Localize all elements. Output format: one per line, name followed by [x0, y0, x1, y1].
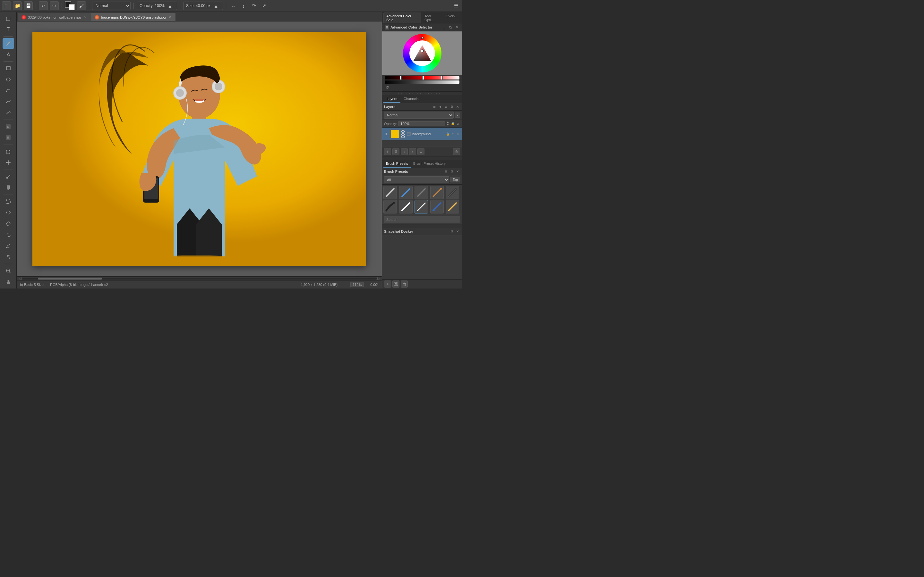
panel-tab-overview[interactable]: Overv...	[443, 13, 461, 23]
canvas-tab-2[interactable]: bruce-mars-DBGwy7s3QY0-unsplash.jpg ✕	[91, 13, 176, 21]
dynamic-brush-tool[interactable]	[3, 107, 14, 118]
brush-preset-6[interactable]	[383, 200, 397, 213]
hue-slider-thumb-2[interactable]	[422, 76, 424, 80]
blend-mode-select[interactable]: NormalDissolveMultiplyScreenOverlayDarke…	[92, 2, 131, 10]
snapshot-close-btn[interactable]: ✕	[455, 229, 460, 234]
text-tool[interactable]: T	[3, 24, 14, 35]
layer-delete-icon[interactable]: ✕	[456, 132, 460, 136]
move-tool[interactable]	[3, 157, 14, 168]
transform-mode-btn[interactable]: ⤢	[260, 2, 268, 10]
color-sampler-tool[interactable]	[3, 171, 14, 182]
contiguous-selection-tool[interactable]	[3, 241, 14, 251]
brush-preset-4[interactable]	[430, 186, 444, 199]
canvas-image[interactable]	[32, 32, 366, 266]
snapshot-add-btn[interactable]: +	[384, 280, 391, 287]
brush-preset-8[interactable]	[415, 200, 428, 213]
layer-item-background[interactable]: background 🔒 α ✕	[382, 127, 462, 140]
path-tool[interactable]	[3, 85, 14, 96]
resize-handle-3[interactable]: · · · · · · · · · · · · · · · · · ·	[382, 224, 462, 228]
resize-handle-2[interactable]: · · · · · · · · · · · · · · · · · ·	[382, 156, 462, 160]
brush-preset-1[interactable]	[383, 186, 397, 199]
brush-preset-3[interactable]	[415, 186, 428, 199]
brush-preset-5[interactable]	[446, 186, 459, 199]
panel-tab-tool-options[interactable]: Tool Opti...	[422, 13, 442, 23]
brush-filter-select[interactable]: AllBasicCalligraphyDigitalExperimentalIn…	[384, 176, 449, 183]
canvas-scrollbar-h[interactable]: ◁ ▷	[17, 276, 382, 280]
new-window-btn[interactable]: ⬚	[2, 1, 11, 10]
brush-settings-icon-btn[interactable]: ⊕	[443, 169, 449, 174]
background-color[interactable]	[69, 4, 75, 10]
brush-preset-7[interactable]	[399, 200, 413, 213]
acs-selector-btn[interactable]	[384, 25, 389, 29]
layer-visibility-btn[interactable]	[384, 131, 389, 137]
brush-settings-btn[interactable]: 🖌	[77, 1, 86, 10]
layers-close-btn[interactable]: ✕	[455, 104, 460, 109]
copy-layer-btn[interactable]: ⧉	[393, 148, 399, 155]
fg-bg-colors[interactable]	[65, 1, 75, 10]
layer-options-btn[interactable]: ≡	[417, 148, 425, 155]
panel-tab-color-selector[interactable]: Advanced Color Sele...	[383, 13, 421, 23]
opacity-up-btn[interactable]: ▲	[166, 2, 174, 10]
open-btn[interactable]: 📁	[13, 1, 22, 10]
contiguous-fill-tool[interactable]: ⊡	[3, 121, 14, 132]
raise-layer-btn[interactable]: ↑	[409, 148, 416, 155]
freehand-brush-tool[interactable]	[3, 38, 14, 49]
color-wheel-container[interactable]	[382, 31, 462, 75]
hue-slider-thumb-1[interactable]	[400, 76, 402, 80]
zoom-level-btn[interactable]: 112%	[351, 282, 364, 287]
acs-detach-btn[interactable]: ⧉	[448, 25, 453, 30]
layers-lock-btn[interactable]: 🔒	[451, 121, 455, 126]
snapshot-detach-btn[interactable]: ⧉	[449, 229, 454, 234]
layer-inherit-alpha-icon[interactable]: α	[451, 132, 455, 136]
layers-settings-btn[interactable]: ⊕	[432, 104, 437, 109]
transform-tool[interactable]	[3, 147, 14, 157]
freehand-selection-tool[interactable]	[3, 229, 14, 240]
size-up-btn[interactable]: ▲	[212, 2, 220, 10]
ellip-selection-tool[interactable]	[3, 207, 14, 218]
rect-selection-tool[interactable]	[3, 197, 14, 207]
brush-search-input[interactable]	[384, 216, 460, 223]
color-wheel[interactable]	[403, 34, 441, 73]
brush-tag-btn[interactable]: Tag	[451, 177, 460, 182]
snapshot-delete-btn[interactable]: 🗑	[401, 280, 408, 287]
color-reset-btn[interactable]: ↺	[384, 85, 390, 90]
tab-1-close[interactable]: ✕	[83, 15, 87, 19]
snapshot-camera-btn[interactable]	[393, 280, 399, 287]
layers-tab-channels[interactable]: Channels	[401, 95, 422, 103]
brush-presets-tab[interactable]: Brush Presets	[383, 160, 411, 168]
canvas-viewport[interactable]	[17, 21, 382, 276]
docker-panel-btn[interactable]: ☰	[452, 2, 460, 10]
freehand-path-tool[interactable]	[3, 97, 14, 107]
redo-btn[interactable]: ↪	[50, 1, 59, 10]
layers-inherit-alpha-btn[interactable]: α	[456, 121, 460, 126]
tab-2-close[interactable]: ✕	[168, 15, 172, 19]
brush-preset-10[interactable]	[446, 200, 459, 213]
resize-handle-1[interactable]: · · · · · · · · · · · · · · · · · ·	[382, 92, 462, 95]
brush-close-btn[interactable]: ✕	[455, 169, 460, 174]
wrap-btn[interactable]: ↷	[250, 2, 258, 10]
delete-layer-btn[interactable]: 🗑	[453, 148, 460, 155]
layers-opacity-value[interactable]: 100%	[398, 121, 445, 126]
layers-tab-layers[interactable]: Layers	[383, 95, 401, 103]
layers-more-btn[interactable]: ≡	[443, 104, 449, 109]
layers-opacity-up[interactable]: ▲	[447, 121, 449, 123]
layers-detach-btn[interactable]: ⧉	[449, 104, 454, 109]
magnetic-selection-tool[interactable]	[3, 251, 14, 262]
undo-btn[interactable]: ↩	[39, 1, 48, 10]
fill-tool[interactable]	[3, 182, 14, 193]
scrollbar-thumb[interactable]	[38, 277, 102, 279]
calligraphy-tool[interactable]	[3, 49, 14, 60]
brush-detach-btn[interactable]: ⧉	[449, 169, 454, 174]
ellipse-tool[interactable]	[3, 74, 14, 85]
zoom-tool[interactable]	[3, 266, 14, 276]
mirror-v-btn[interactable]: ↕	[239, 2, 248, 10]
add-layer-btn[interactable]: +	[384, 148, 391, 155]
brush-preset-history-tab[interactable]: Brush Preset History	[411, 160, 448, 168]
acs-close-btn[interactable]: ✕	[454, 25, 459, 30]
layers-blend-select[interactable]: NormalDissolveMultiplyScreenOverlayDarke…	[384, 111, 454, 119]
poly-selection-tool[interactable]	[3, 219, 14, 229]
mirror-h-btn[interactable]: ↔	[229, 2, 237, 10]
hue-slider-thumb-3[interactable]	[441, 76, 443, 80]
value-gradient-bar[interactable]	[384, 81, 459, 84]
pan-tool[interactable]	[3, 277, 14, 287]
